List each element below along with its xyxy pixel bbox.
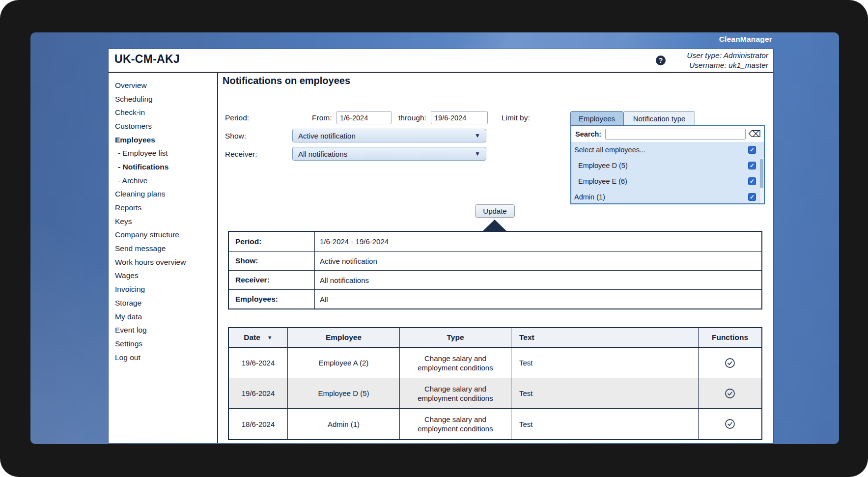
table-row[interactable]: 19/6-2024 Employee A (2) Change salary a…	[229, 348, 761, 378]
employee-list-item[interactable]: Employee D (5) ✓	[571, 158, 764, 173]
sidebar-item-event-log[interactable]: Event log	[109, 323, 217, 337]
company-title: UK-CM-AKJ	[114, 53, 180, 66]
cell-functions	[699, 378, 761, 408]
desktop-background: CleanManager UK-CM-AKJ ? User type: Admi…	[30, 32, 839, 444]
select-all-checkbox[interactable]: ✓	[748, 146, 756, 154]
search-label: Search:	[575, 130, 601, 138]
cell-date: 18/6-2024	[229, 409, 288, 439]
through-date-input[interactable]	[431, 111, 488, 124]
employee-list-item-label: Admin (1)	[574, 193, 605, 201]
table-row[interactable]: 19/6-2024 Employee D (5) Change salary a…	[229, 378, 761, 409]
sidebar-item-scheduling[interactable]: Scheduling	[109, 92, 217, 106]
monitor-frame: CleanManager UK-CM-AKJ ? User type: Admi…	[0, 0, 868, 477]
sidebar-item-send-message[interactable]: Send message	[109, 242, 217, 255]
tab-employees-label: Employees	[579, 114, 615, 123]
help-icon[interactable]: ?	[656, 56, 666, 65]
cell-functions	[699, 409, 761, 439]
sidebar-divider	[217, 73, 218, 443]
col-header-date-label: Date	[244, 333, 260, 342]
sidebar-item-notifications[interactable]: - Notifications	[109, 160, 217, 174]
cell-functions	[699, 348, 761, 378]
show-dropdown-value: Active notification	[298, 132, 475, 140]
cell-date: 19/6-2024	[229, 378, 288, 408]
col-header-date[interactable]: Date ▼	[229, 328, 288, 347]
circle-check-icon[interactable]	[725, 419, 735, 429]
employee-list-scrollbar[interactable]	[759, 158, 764, 203]
circle-check-icon[interactable]	[725, 388, 735, 399]
sidebar-item-wages[interactable]: Wages	[109, 269, 217, 283]
through-label: through:	[398, 113, 426, 122]
sidebar-item-reports[interactable]: Reports	[109, 201, 217, 215]
sidebar-item-invoicing[interactable]: Invoicing	[109, 282, 217, 296]
employee-search-row: Search: ⌫	[571, 126, 764, 142]
sidebar-item-overview[interactable]: Overview	[109, 79, 217, 92]
page-title: Notifications on employees	[223, 75, 350, 86]
col-header-text[interactable]: Text	[511, 328, 699, 347]
filter-summary-table: Period: 1/6-2024 - 19/6-2024 Show: Activ…	[228, 231, 762, 309]
employee-search-input[interactable]	[605, 129, 745, 140]
cell-text: Test	[511, 348, 699, 378]
username-label: Username: uk1_master	[687, 60, 768, 70]
employee-list-item[interactable]: Employee E (6) ✓	[571, 173, 764, 189]
table-header-row: Date ▼ Employee Type Text Functions	[229, 328, 761, 348]
show-dropdown[interactable]: Active notification ▼	[292, 129, 486, 142]
show-label: Show:	[225, 132, 246, 140]
sort-desc-icon[interactable]: ▼	[267, 335, 273, 340]
sidebar-item-work-hours-overview[interactable]: Work hours overview	[109, 255, 217, 269]
sidebar-item-archive[interactable]: - Archive	[109, 174, 217, 188]
sidebar-item-my-data[interactable]: My data	[109, 310, 217, 324]
employee-list-item-select-all[interactable]: Select all employees... ✓	[571, 142, 764, 158]
table-row[interactable]: 18/6-2024 Admin (1) Change salary and em…	[229, 409, 761, 439]
employee-list-item[interactable]: Admin (1) ✓	[571, 189, 764, 203]
check-icon: ✓	[750, 194, 755, 200]
summary-value: 1/6-2024 - 19/6-2024	[315, 232, 761, 251]
summary-row-employees: Employees: All	[229, 289, 761, 309]
col-header-type[interactable]: Type	[400, 328, 511, 347]
sidebar-item-employees[interactable]: Employees	[109, 133, 217, 147]
circle-check-icon[interactable]	[725, 358, 735, 368]
summary-label: Employees:	[229, 290, 315, 309]
employee-checkbox[interactable]: ✓	[748, 177, 756, 185]
sidebar-item-settings[interactable]: Settings	[109, 337, 217, 351]
notifications-table: Date ▼ Employee Type Text Functions 19/6…	[228, 327, 762, 440]
chevron-down-icon: ▼	[475, 132, 480, 139]
tab-notification-type[interactable]: Notification type	[623, 111, 695, 126]
sidebar-item-storage[interactable]: Storage	[109, 296, 217, 310]
user-info: User type: Administrator Username: uk1_m…	[687, 51, 768, 70]
summary-row-receiver: Receiver: All notifications	[229, 270, 761, 289]
receiver-label: Receiver:	[225, 150, 257, 159]
help-glyph: ?	[659, 56, 663, 64]
employee-checkbox[interactable]: ✓	[748, 162, 756, 169]
from-label: From:	[312, 113, 332, 122]
tab-employees[interactable]: Employees	[570, 111, 623, 126]
employee-list-item-label: Select all employees...	[574, 146, 645, 154]
employee-list-item-label: Employee E (6)	[578, 177, 627, 185]
sidebar-item-keys[interactable]: Keys	[109, 215, 217, 228]
sidebar-item-log-out[interactable]: Log out	[109, 351, 217, 365]
sidebar-item-employee-list[interactable]: - Employee list	[109, 146, 217, 160]
cell-type: Change salary and employment conditions	[400, 409, 511, 439]
receiver-dropdown-value: All notifications	[298, 150, 475, 158]
cell-employee: Employee D (5)	[288, 378, 400, 408]
cell-employee: Admin (1)	[288, 409, 400, 439]
clear-search-icon[interactable]: ⌫	[749, 130, 761, 139]
employee-checkbox[interactable]: ✓	[748, 193, 756, 201]
scrollbar-thumb[interactable]	[760, 159, 763, 188]
from-date-input[interactable]	[336, 111, 392, 124]
cell-type: Change salary and employment conditions	[400, 378, 511, 408]
summary-value: Active notification	[315, 252, 761, 270]
sidebar-item-customers[interactable]: Customers	[109, 119, 217, 133]
cell-text: Test	[511, 378, 699, 408]
col-header-employee[interactable]: Employee	[288, 328, 400, 347]
sidebar-item-cleaning-plans[interactable]: Cleaning plans	[109, 188, 217, 201]
brand-label: CleanManager	[719, 35, 772, 44]
receiver-dropdown[interactable]: All notifications ▼	[292, 147, 486, 161]
check-icon: ✓	[750, 147, 755, 153]
update-button[interactable]: Update	[475, 204, 515, 218]
summary-label: Show:	[229, 252, 315, 270]
employee-checkbox-list: Select all employees... ✓ Employee D (5)…	[571, 142, 764, 203]
user-type-label: User type: Administrator	[687, 51, 768, 60]
sidebar-item-company-structure[interactable]: Company structure	[109, 228, 217, 242]
sidebar-item-check-in[interactable]: Check-in	[109, 106, 217, 119]
cell-date: 19/6-2024	[229, 348, 288, 378]
